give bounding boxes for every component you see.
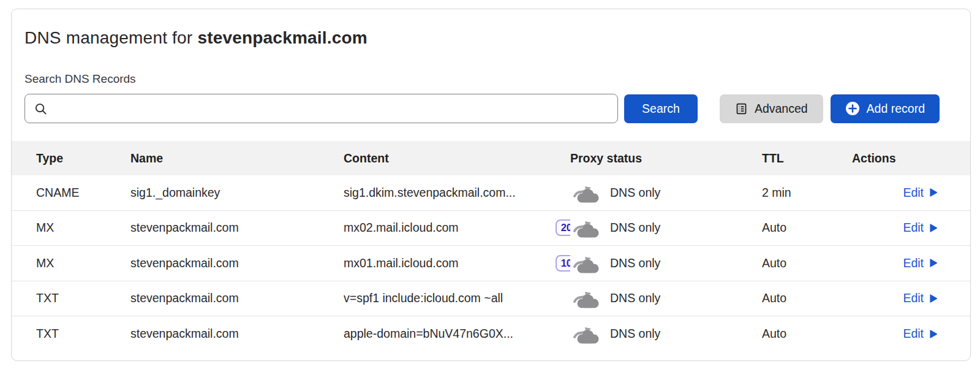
table-row: CNAME sig1._domainkey sig1.dkim.stevenpa… [12, 175, 970, 211]
proxy-status-cell: DNS only [570, 288, 762, 308]
edit-record-button[interactable]: Edit [903, 327, 938, 341]
header-type: Type [36, 151, 130, 165]
chevron-right-icon [929, 223, 938, 234]
record-content-text: sig1.dkim.stevenpackmail.com... [344, 186, 516, 200]
record-content: mx02.mail.icloud.com 20 [344, 219, 570, 236]
proxy-status-text: DNS only [610, 291, 660, 305]
chevron-right-icon [929, 187, 938, 198]
record-actions: Edit [852, 327, 938, 341]
table-row: MX stevenpackmail.com mx01.mail.icloud.c… [12, 246, 970, 281]
proxy-status-cell: DNS only [570, 253, 762, 273]
search-button-label: Search [642, 102, 680, 116]
edit-label: Edit [903, 186, 924, 200]
edit-label: Edit [903, 221, 924, 235]
header-proxy-status: Proxy status [570, 151, 762, 165]
record-content: mx01.mail.icloud.com 10 [344, 255, 570, 272]
gray-cloud-arrow-icon [573, 183, 602, 203]
record-name: stevenpackmail.com [130, 291, 344, 305]
proxy-status-cell: DNS only [570, 324, 762, 344]
record-ttl: Auto [762, 291, 852, 305]
add-record-button-label: Add record [867, 102, 925, 116]
record-type: CNAME [36, 186, 130, 200]
record-content-text: v=spf1 include:icloud.com ~all [344, 291, 503, 305]
priority-badge: 20 [556, 219, 570, 236]
gray-cloud-arrow-icon [573, 218, 602, 238]
search-row: Search Advanced [24, 94, 940, 123]
gray-cloud-arrow-icon [573, 288, 602, 308]
gray-cloud-arrow-icon [573, 324, 602, 344]
proxy-status-text: DNS only [610, 256, 660, 270]
gray-cloud-arrow-icon [573, 253, 602, 273]
edit-record-button[interactable]: Edit [903, 256, 938, 270]
proxy-status-cell: DNS only [570, 183, 762, 203]
proxy-status-text: DNS only [610, 186, 660, 200]
add-record-button[interactable]: Add record [831, 94, 940, 123]
edit-label: Edit [903, 291, 924, 305]
record-content: apple-domain=bNuV47n6G0X... [344, 327, 570, 341]
record-content-text: mx01.mail.icloud.com [344, 256, 458, 270]
record-type: TXT [36, 327, 130, 341]
advanced-button[interactable]: Advanced [720, 94, 823, 123]
record-content-text: apple-domain=bNuV47n6G0X... [344, 327, 513, 341]
table-header-row: Type Name Content Proxy status TTL Actio… [12, 141, 970, 175]
proxy-status-text: DNS only [610, 327, 660, 341]
table-row: TXT stevenpackmail.com v=spf1 include:ic… [12, 281, 970, 317]
record-type: MX [36, 221, 130, 235]
proxy-status-cell: DNS only [570, 218, 762, 238]
search-icon [34, 102, 48, 116]
table-body: CNAME sig1._domainkey sig1.dkim.stevenpa… [12, 175, 970, 352]
proxy-status-text: DNS only [610, 221, 660, 235]
record-name: stevenpackmail.com [130, 327, 344, 341]
search-label: Search DNS Records [24, 72, 940, 86]
record-ttl: Auto [762, 327, 852, 341]
header-content: Content [344, 151, 570, 165]
record-content-text: mx02.mail.icloud.com [344, 221, 458, 235]
table-row: TXT stevenpackmail.com apple-domain=bNuV… [12, 316, 970, 352]
record-ttl: Auto [762, 221, 852, 235]
dns-records-table: Type Name Content Proxy status TTL Actio… [12, 141, 970, 352]
header-actions: Actions [852, 151, 938, 165]
record-actions: Edit [852, 221, 938, 235]
edit-label: Edit [903, 256, 924, 270]
record-name: stevenpackmail.com [130, 221, 344, 235]
advanced-button-label: Advanced [755, 102, 808, 116]
search-button[interactable]: Search [624, 94, 698, 123]
edit-label: Edit [903, 327, 924, 341]
chevron-right-icon [929, 257, 938, 268]
record-name: stevenpackmail.com [130, 256, 344, 270]
table-row: MX stevenpackmail.com mx02.mail.icloud.c… [12, 211, 970, 246]
chevron-right-icon [929, 293, 938, 304]
edit-record-button[interactable]: Edit [903, 186, 938, 200]
record-content: sig1.dkim.stevenpackmail.com... [344, 186, 570, 200]
page-title: DNS management for stevenpackmail.com [24, 28, 940, 48]
list-document-icon [735, 102, 748, 115]
dns-management-card: DNS management for stevenpackmail.com Se… [11, 9, 971, 361]
header-ttl: TTL [762, 151, 852, 165]
chevron-right-icon [929, 329, 938, 340]
record-name: sig1._domainkey [130, 186, 344, 200]
page-title-domain: stevenpackmail.com [197, 28, 368, 47]
record-type: TXT [36, 291, 130, 305]
header-name: Name [130, 151, 344, 165]
page-title-prefix: DNS management for [24, 28, 197, 47]
plus-circle-icon [845, 101, 860, 116]
record-content: v=spf1 include:icloud.com ~all [344, 291, 570, 305]
search-box[interactable] [24, 94, 618, 123]
record-actions: Edit [852, 186, 938, 200]
record-ttl: Auto [762, 256, 852, 270]
record-type: MX [36, 256, 130, 270]
edit-record-button[interactable]: Edit [903, 291, 938, 305]
record-ttl: 2 min [762, 186, 852, 200]
search-input[interactable] [54, 94, 609, 123]
record-actions: Edit [852, 291, 938, 305]
edit-record-button[interactable]: Edit [903, 221, 938, 235]
priority-badge: 10 [556, 255, 570, 272]
record-actions: Edit [852, 256, 938, 270]
